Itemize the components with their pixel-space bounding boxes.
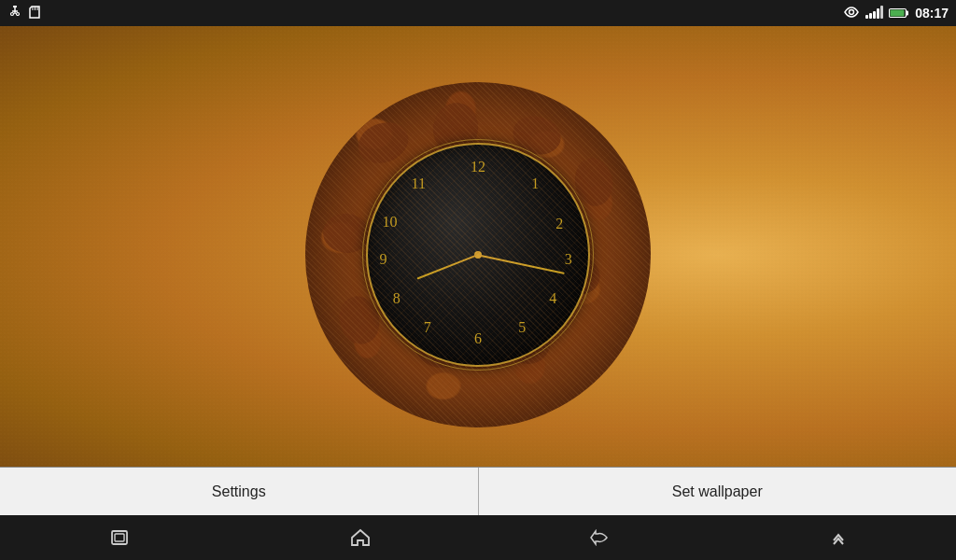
svg-rect-10 <box>907 11 909 16</box>
back-button[interactable] <box>571 522 629 553</box>
nav-bar <box>0 515 956 560</box>
svg-point-4 <box>17 12 20 15</box>
recent-apps-button[interactable] <box>91 522 149 553</box>
battery-icon <box>889 7 909 19</box>
clock-11: 11 <box>412 175 426 192</box>
svg-rect-0 <box>13 6 17 7</box>
clock-5: 5 <box>518 319 526 336</box>
settings-button[interactable]: Settings <box>0 468 479 515</box>
clock-2: 2 <box>555 216 563 232</box>
up-button[interactable] <box>811 522 865 553</box>
clock-face: 12 1 2 3 4 5 6 7 8 9 10 <box>366 143 590 367</box>
clock-1: 1 <box>531 175 539 192</box>
wallpaper-area: 12 1 2 3 4 5 6 7 8 9 10 <box>0 26 956 483</box>
giraffe-fur-circle: 12 1 2 3 4 5 6 7 8 9 10 <box>305 82 651 427</box>
clock-6: 6 <box>474 330 482 347</box>
clock-9: 9 <box>380 251 387 268</box>
svg-point-8 <box>850 9 854 14</box>
status-bar: 08:17 <box>0 0 956 26</box>
clock-3: 3 <box>565 251 572 268</box>
clock-outer-ring <box>362 139 594 371</box>
status-bar-left <box>7 5 41 22</box>
minute-hand <box>478 254 565 273</box>
status-bar-right: 08:17 <box>843 6 949 21</box>
clock-10: 10 <box>383 214 398 231</box>
clock-center-dot <box>474 251 482 259</box>
clock-4: 4 <box>549 290 556 307</box>
svg-point-3 <box>11 12 14 15</box>
clock-7: 7 <box>424 319 431 336</box>
status-time: 08:17 <box>915 6 949 21</box>
clock-8: 8 <box>393 290 401 307</box>
clock-12: 12 <box>471 159 485 175</box>
svg-rect-11 <box>891 10 905 17</box>
sd-card-icon <box>28 5 41 22</box>
set-wallpaper-button[interactable]: Set wallpaper <box>479 468 957 515</box>
clock-container: 12 1 2 3 4 5 6 7 8 9 10 <box>357 133 599 376</box>
action-bar: Settings Set wallpaper <box>0 467 956 515</box>
eye-icon <box>843 6 860 21</box>
signal-icon <box>865 6 883 21</box>
home-button[interactable] <box>331 521 389 554</box>
hour-hand <box>417 254 479 280</box>
usb-icon <box>7 5 22 22</box>
svg-rect-13 <box>115 534 124 541</box>
